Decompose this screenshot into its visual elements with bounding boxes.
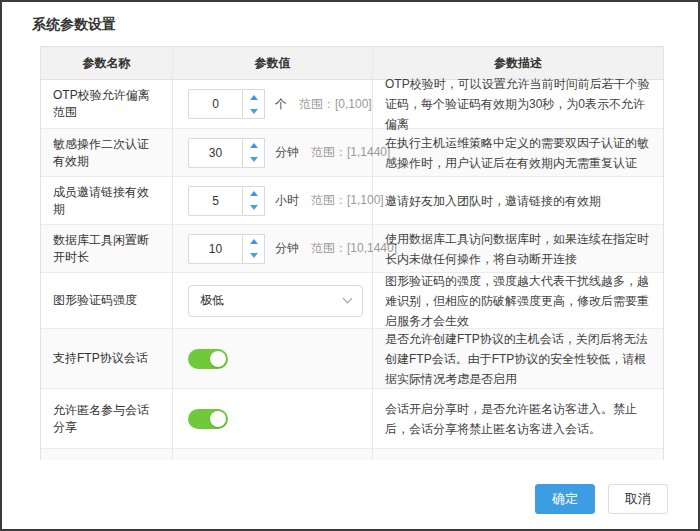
param-value-cell: 个 范围：[0,100] bbox=[173, 80, 373, 128]
param-value-cell: 分钟 范围：[10,1440] bbox=[173, 225, 373, 272]
otp-offset-input[interactable] bbox=[188, 89, 243, 119]
table-row: 敏感操作二次认证有效期 分钟 范围：[1,1440] 在执行主机运维策略中定义的… bbox=[41, 129, 663, 177]
captcha-strength-select[interactable]: 极低 bbox=[188, 285, 363, 317]
param-value-cell bbox=[173, 449, 373, 460]
param-description: 是否允许同一个用户同时在不同浏览器登录门户，禁止后 bbox=[373, 449, 663, 460]
param-name: 允许匿名参与会话分享 bbox=[41, 389, 173, 448]
param-description: 图形验证码的强度，强度越大代表干扰线越多，越难识别，但相应的防破解强度更高，修改… bbox=[373, 273, 663, 328]
spinner-down-icon[interactable] bbox=[243, 249, 264, 263]
param-name: 图形验证码强度 bbox=[41, 273, 173, 328]
param-description: 是否允许创建FTP协议的主机会话，关闭后将无法创建FTP会话。由于FTP协议的安… bbox=[373, 329, 663, 388]
ftp-session-toggle[interactable] bbox=[188, 349, 228, 369]
unit-label: 分钟 bbox=[275, 240, 299, 257]
anonymous-share-toggle[interactable] bbox=[188, 409, 228, 429]
select-value: 极低 bbox=[200, 292, 224, 309]
confirm-button[interactable]: 确定 bbox=[535, 484, 595, 514]
param-name: 数据库工具闲置断开时长 bbox=[41, 225, 173, 272]
chevron-down-icon bbox=[343, 294, 353, 304]
number-stepper[interactable] bbox=[243, 89, 265, 119]
param-description: OTP校验时，可以设置允许当前时间前后若干个验证码，每个验证码有效期为30秒，为… bbox=[373, 80, 663, 128]
dialog-footer: 确定 取消 bbox=[2, 484, 668, 514]
param-name: OTP校验允许偏离范围 bbox=[41, 80, 173, 128]
db-idle-timeout-input[interactable] bbox=[188, 234, 243, 264]
number-stepper[interactable] bbox=[243, 234, 265, 264]
table-row: 是否允许同一个用户同时在不同浏览器登录门户，禁止后 bbox=[41, 449, 663, 460]
system-settings-dialog: 系统参数设置 参数名称 参数值 参数描述 OTP校验允许偏离范围 个 范围：[0… bbox=[0, 0, 700, 531]
param-value-cell bbox=[173, 389, 373, 448]
spinner-up-icon[interactable] bbox=[243, 235, 264, 249]
table-row: OTP校验允许偏离范围 个 范围：[0,100] OTP校验时，可以设置允许当前… bbox=[41, 80, 663, 129]
spinner-up-icon[interactable] bbox=[243, 139, 264, 153]
cancel-button[interactable]: 取消 bbox=[608, 484, 668, 514]
table-row: 允许匿名参与会话分享 会话开启分享时，是否允许匿名访客进入。禁止后，会话分享将禁… bbox=[41, 389, 663, 449]
param-name: 敏感操作二次认证有效期 bbox=[41, 129, 173, 176]
table-row: 图形验证码强度 极低 图形验证码的强度，强度越大代表干扰线越多，越难识别，但相应… bbox=[41, 273, 663, 329]
spinner-down-icon[interactable] bbox=[243, 201, 264, 215]
spinner-up-icon[interactable] bbox=[243, 90, 264, 104]
parameters-table: 参数名称 参数值 参数描述 OTP校验允许偏离范围 个 范围：[0,100] O… bbox=[40, 46, 664, 460]
param-name bbox=[41, 449, 173, 460]
unit-label: 分钟 bbox=[275, 144, 299, 161]
param-value-cell: 极低 bbox=[173, 273, 373, 328]
spinner-up-icon[interactable] bbox=[243, 187, 264, 201]
unit-label: 个 bbox=[275, 96, 287, 113]
header-param-value: 参数值 bbox=[173, 47, 373, 79]
param-description: 在执行主机运维策略中定义的需要双因子认证的敏感操作时，用户认证后在有效期内无需重… bbox=[373, 129, 663, 176]
param-name: 支持FTP协议会话 bbox=[41, 329, 173, 388]
number-stepper[interactable] bbox=[243, 186, 265, 216]
header-param-name: 参数名称 bbox=[41, 47, 173, 79]
spinner-down-icon[interactable] bbox=[243, 104, 264, 118]
sensitive-auth-validity-input[interactable] bbox=[188, 138, 243, 168]
param-description: 会话开启分享时，是否允许匿名访客进入。禁止后，会话分享将禁止匿名访客进入会话。 bbox=[373, 389, 663, 448]
param-name: 成员邀请链接有效期 bbox=[41, 177, 173, 224]
table-row: 支持FTP协议会话 是否允许创建FTP协议的主机会话，关闭后将无法创建FTP会话… bbox=[41, 329, 663, 389]
param-value-cell: 分钟 范围：[1,1440] bbox=[173, 129, 373, 176]
param-description: 邀请好友加入团队时，邀请链接的有效期 bbox=[373, 177, 663, 224]
param-value-cell bbox=[173, 329, 373, 388]
toggle-knob bbox=[210, 351, 226, 367]
toggle-knob bbox=[210, 411, 226, 427]
unit-label: 小时 bbox=[275, 192, 299, 209]
range-hint: 范围：[0,100] bbox=[299, 96, 372, 113]
page-title: 系统参数设置 bbox=[32, 16, 698, 34]
spinner-down-icon[interactable] bbox=[243, 153, 264, 167]
table-row: 数据库工具闲置断开时长 分钟 范围：[10,1440] 使用数据库工具访问数据库… bbox=[41, 225, 663, 273]
param-description: 使用数据库工具访问数据库时，如果连续在指定时长内未做任何操作，将自动断开连接 bbox=[373, 225, 663, 272]
param-value-cell: 小时 范围：[1,100] bbox=[173, 177, 373, 224]
invite-link-validity-input[interactable] bbox=[188, 186, 243, 216]
number-stepper[interactable] bbox=[243, 138, 265, 168]
table-row: 成员邀请链接有效期 小时 范围：[1,100] 邀请好友加入团队时，邀请链接的有… bbox=[41, 177, 663, 225]
